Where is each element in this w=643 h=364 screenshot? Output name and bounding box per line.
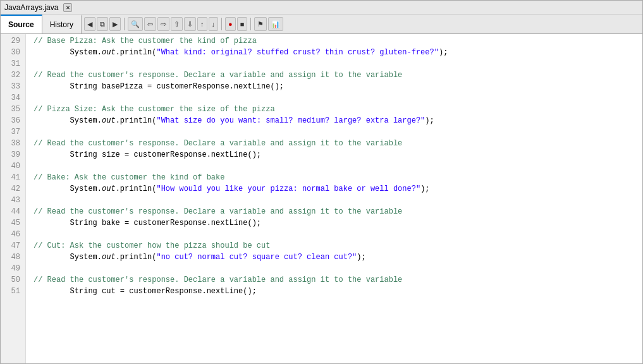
code-line: [34, 161, 642, 172]
line-number: 49: [6, 263, 20, 274]
line-number: 39: [6, 149, 20, 161]
line-number: 33: [6, 81, 20, 92]
close-button[interactable]: ✕: [63, 3, 72, 12]
line-number: 47: [6, 240, 20, 252]
toolbar-separator-1: [124, 18, 125, 30]
toolbar-btn-prev[interactable]: ⇦: [144, 17, 156, 31]
code-line: System.out.println("no cut? normal cut? …: [34, 252, 642, 263]
window-title: JavaArrays.java: [4, 3, 58, 12]
code-line: [34, 195, 642, 206]
line-number: 29: [6, 35, 20, 47]
toolbar-btn-search[interactable]: 🔍: [128, 17, 143, 31]
toolbar-btn-back[interactable]: ◀: [84, 17, 95, 31]
line-number: 41: [6, 172, 20, 183]
code-line: // Read the customer's response. Declare…: [34, 274, 642, 286]
code-line: String basePizza = customerResponse.next…: [34, 81, 642, 92]
line-number: 51: [6, 286, 20, 297]
code-line: // Base Pizza: Ask the customer the kind…: [34, 35, 642, 47]
code-line: // Read the customer's response. Declare…: [34, 206, 642, 217]
main-window: JavaArrays.java ✕ Source History ◀ ⧉ ▶ 🔍…: [0, 0, 643, 364]
code-line: [34, 126, 642, 138]
line-number: 44: [6, 206, 20, 217]
code-line: String cut = customerResponse.nextLine()…: [34, 286, 642, 297]
line-number: 50: [6, 274, 20, 286]
editor-area: 2930313233343536373839404142434445464748…: [1, 34, 642, 363]
line-number: 48: [6, 252, 20, 263]
line-number: 31: [6, 58, 20, 70]
code-line: System.out.println("What size do you wan…: [34, 115, 642, 126]
toolbar-btn-next[interactable]: ⇨: [157, 17, 169, 31]
code-line: [34, 92, 642, 104]
line-number: 32: [6, 70, 20, 81]
code-line: [34, 58, 642, 70]
code-line: [34, 229, 642, 240]
line-number: 36: [6, 115, 20, 126]
toolbar-btn-chart[interactable]: 📊: [268, 17, 283, 31]
code-line: // Cut: Ask the customer how the pizza s…: [34, 240, 642, 252]
code-line: // Bake: Ask the customer the kind of ba…: [34, 172, 642, 183]
line-number: 46: [6, 229, 20, 240]
code-line: // Pizza Size: Ask the customer the size…: [34, 104, 642, 115]
code-content[interactable]: // Base Pizza: Ask the customer the kind…: [26, 34, 642, 363]
toolbar-btn-stop[interactable]: ■: [237, 17, 248, 31]
line-number: 30: [6, 47, 20, 58]
toolbar-separator-2: [221, 18, 222, 30]
code-line: System.out.println("What kind: original?…: [34, 47, 642, 58]
code-line: // Read the customer's response. Declare…: [34, 70, 642, 81]
toolbar-btn-mark[interactable]: ⚑: [254, 17, 267, 31]
toolbar-btn-last[interactable]: ↓: [209, 17, 219, 31]
line-number: 42: [6, 183, 20, 195]
toolbar-btn-run[interactable]: ●: [225, 17, 236, 31]
tab-source[interactable]: Source: [1, 15, 42, 33]
line-number: 38: [6, 138, 20, 149]
line-number: 34: [6, 92, 20, 104]
toolbar-btn-forward[interactable]: ▶: [109, 17, 121, 31]
toolbar: ◀ ⧉ ▶ 🔍 ⇦ ⇨ ⇧ ⇩ ↑ ↓ ● ■ ⚑ 📊: [82, 15, 642, 33]
code-line: // Read the customer's response. Declare…: [34, 138, 642, 149]
line-number: 45: [6, 217, 20, 229]
line-numbers: 2930313233343536373839404142434445464748…: [1, 34, 26, 363]
code-line: [34, 263, 642, 274]
code-line: String bake = customerResponse.nextLine(…: [34, 217, 642, 229]
toolbar-btn-up[interactable]: ⇧: [171, 17, 183, 31]
line-number: 40: [6, 161, 20, 172]
toolbar-separator-3: [250, 18, 251, 30]
line-number: 37: [6, 126, 20, 138]
code-line: String size = customerResponse.nextLine(…: [34, 149, 642, 161]
toolbar-btn-down[interactable]: ⇩: [184, 17, 196, 31]
line-number: 43: [6, 195, 20, 206]
title-bar: JavaArrays.java ✕: [1, 1, 642, 15]
line-number: 35: [6, 104, 20, 115]
code-line: System.out.println("How would you like y…: [34, 183, 642, 195]
toolbar-btn-first[interactable]: ↑: [197, 17, 207, 31]
toolbar-btn-copy[interactable]: ⧉: [97, 17, 108, 31]
tab-history[interactable]: History: [42, 15, 82, 33]
